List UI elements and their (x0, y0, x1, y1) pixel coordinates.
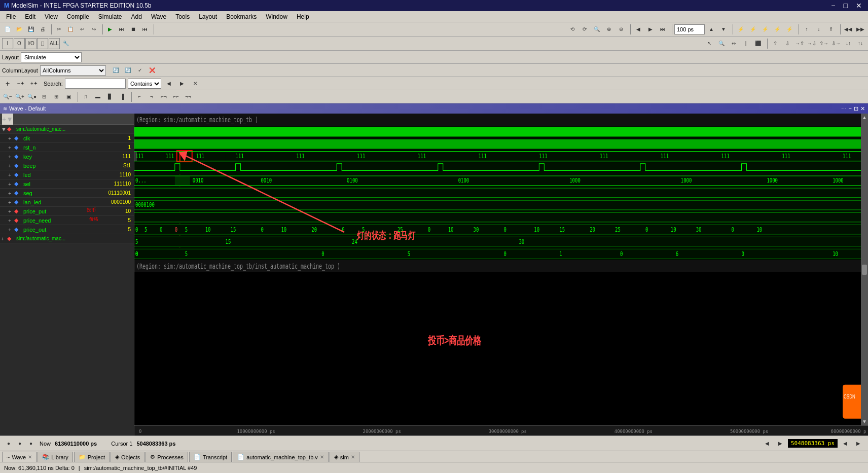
cursor-next-btn[interactable]: ▶ (775, 438, 786, 449)
tb-time-back[interactable]: ◀ (633, 24, 644, 35)
search-prev[interactable]: ◀ (163, 78, 174, 89)
scroll-down-arrow[interactable]: ▼ (862, 419, 867, 424)
signal-row-root[interactable]: ▼ ◆ sim:/automatic_mac... (0, 125, 134, 134)
tb-print[interactable]: 🖨 (37, 24, 48, 35)
menu-layout[interactable]: Layout (195, 11, 221, 22)
menu-file[interactable]: File (2, 11, 20, 22)
tb-snap2[interactable]: ⚡ (747, 24, 758, 35)
tb-cut[interactable]: ✂ (53, 24, 64, 35)
tb-time-input[interactable] (674, 24, 705, 34)
cursor-prev-btn[interactable]: ◀ (762, 438, 773, 449)
signal-row-price-out[interactable]: + ◆ price_out 5 (0, 225, 134, 234)
signal-expand-root[interactable]: ▼ (1, 126, 7, 132)
search-next[interactable]: ▶ (176, 78, 188, 89)
tb-run[interactable]: ▶ (104, 24, 116, 35)
zoom-full-btn[interactable]: 🔍● (26, 91, 38, 102)
wave-close-icon[interactable]: ✕ (860, 105, 865, 112)
tab-project[interactable]: 📁 Project (74, 452, 110, 462)
tab-objects[interactable]: ◈ Objects (111, 452, 144, 462)
wave-edge5[interactable]: ¬¬ (183, 91, 194, 102)
minimize-button[interactable]: − (829, 2, 837, 10)
tb-cursor-select[interactable]: ↖ (704, 38, 715, 49)
zoom-out-btn[interactable]: 🔍− (2, 91, 13, 102)
tb-up[interactable]: ↑ (801, 24, 812, 35)
tb-time-up[interactable]: ▲ (706, 24, 717, 35)
tb-save[interactable]: 💾 (25, 24, 37, 35)
signal-row-key[interactable]: + ◆ key 111 (0, 152, 134, 161)
tb-io-io[interactable]: I/O (25, 38, 37, 49)
wave-edge2[interactable]: ¬ (146, 91, 157, 102)
menu-edit[interactable]: Edit (21, 11, 40, 22)
signal-row-sim-root2[interactable]: + ◆ sim:/automatic_mac... (0, 234, 134, 243)
tab-wave-close[interactable]: ✕ (28, 454, 32, 460)
tab-sim-close[interactable]: ✕ (351, 454, 355, 460)
tb-edge3[interactable]: →⇧ (794, 38, 805, 49)
signal-row-beep[interactable]: + ◆ beep St1 (0, 161, 134, 170)
tb-stop[interactable]: ⏹ (128, 24, 139, 35)
layout-select[interactable]: Simulate Debug (21, 52, 82, 62)
tb-io-filter[interactable]: 🔧 (60, 38, 71, 49)
signal-expand-root2[interactable]: + (1, 236, 7, 242)
tb-cursor-sep[interactable]: | (740, 38, 751, 49)
wave-edge4[interactable]: ⌐⌐ (170, 91, 182, 102)
tab-file1[interactable]: 📄 automatic_machine_top_tb.v ✕ (233, 452, 329, 462)
tb-nav2[interactable]: ▶▶ (855, 24, 866, 35)
tb-edge2[interactable]: ⇩ (782, 38, 793, 49)
tb-snap1[interactable]: ⚡ (735, 24, 746, 35)
tb-restart[interactable]: ⏮ (139, 24, 151, 35)
wave-expand-icon[interactable]: ⋯ (841, 105, 847, 112)
tb-edge4[interactable]: →⇩ (806, 38, 817, 49)
close-button[interactable]: ✕ (854, 2, 864, 10)
tb-wave-zoomin[interactable]: ⊕ (603, 24, 614, 35)
tb-new[interactable]: 📄 (2, 24, 13, 35)
menu-wave[interactable]: Wave (147, 11, 170, 22)
signal-row-clk[interactable]: + ◆ clk 1 (0, 134, 134, 143)
search-input[interactable] (65, 79, 126, 89)
menu-tools[interactable]: Tools (171, 11, 194, 22)
tab-processes[interactable]: ⚙ Processes (146, 452, 188, 462)
menu-simulate[interactable]: Simulate (94, 11, 126, 22)
wave-float-icon[interactable]: ⊡ (854, 105, 858, 112)
tb-snap3[interactable]: ⚡ (760, 24, 771, 35)
wave-shape1[interactable]: ⎍ (80, 91, 91, 102)
tb-snap4[interactable]: ⚡ (772, 24, 783, 35)
menu-compile[interactable]: Compile (63, 11, 93, 22)
tab-library[interactable]: 📚 Library (38, 452, 73, 462)
menu-bookmarks[interactable]: Bookmarks (222, 11, 261, 22)
scroll-thumb[interactable] (862, 265, 867, 275)
sig-add-btn[interactable]: +▼ (2, 114, 13, 125)
signal-row-seg[interactable]: + ◆ seg 01110001 (0, 189, 134, 198)
tb-time-fwd[interactable]: ▶ (645, 24, 656, 35)
tab-file1-close[interactable]: ✕ (320, 454, 324, 460)
tb-cursor-zoom[interactable]: 🔍 (716, 38, 727, 49)
maximize-button[interactable]: □ (842, 2, 850, 10)
col-btn1[interactable]: 🔄 (110, 65, 121, 76)
tab-sim[interactable]: ◈ sim ✕ (330, 452, 359, 462)
cursor-hscroll-right[interactable]: ▶ (853, 438, 864, 449)
column-layout-select[interactable]: AllColumns (40, 65, 106, 76)
tb-cursor-split[interactable]: ⇔ (728, 38, 739, 49)
tab-wave[interactable]: ~ Wave ✕ (2, 452, 37, 462)
tb-time-home[interactable]: ⏮ (657, 24, 668, 35)
col-btn3[interactable]: ✓ (134, 65, 146, 76)
wave-edge1[interactable]: ⌐ (134, 91, 145, 102)
tb-undo[interactable]: ↩ (77, 24, 88, 35)
tb-down[interactable]: ↓ (813, 24, 824, 35)
search-type-btn1[interactable]: + (2, 78, 13, 89)
search-type-btn2[interactable]: −✦ (15, 78, 26, 89)
tb-edge6[interactable]: ⇩→ (830, 38, 842, 49)
tb-copy[interactable]: 📋 (65, 24, 76, 35)
tb-wave-find[interactable]: 🔍 (591, 24, 602, 35)
search-type-select[interactable]: Contains (128, 79, 161, 89)
scroll-up-arrow[interactable]: ▲ (862, 115, 867, 120)
signal-row-price-put[interactable]: + ◆ price_put 10 投币 (0, 207, 134, 216)
signal-row-sel[interactable]: + ◆ sel 111110 (0, 179, 134, 189)
menu-add[interactable]: Add (127, 11, 146, 22)
tb-edge7[interactable]: ↓↑ (843, 38, 854, 49)
zoom-in-btn[interactable]: 🔍+ (14, 91, 25, 102)
tb-wave-del[interactable]: ⟳ (579, 24, 590, 35)
tb-nav1[interactable]: ◀◀ (843, 24, 854, 35)
tb-open[interactable]: 📂 (14, 24, 25, 35)
wave-shape2[interactable]: ▬ (92, 91, 103, 102)
waveform-vscrollbar[interactable]: ▲ ▼ (861, 114, 868, 425)
